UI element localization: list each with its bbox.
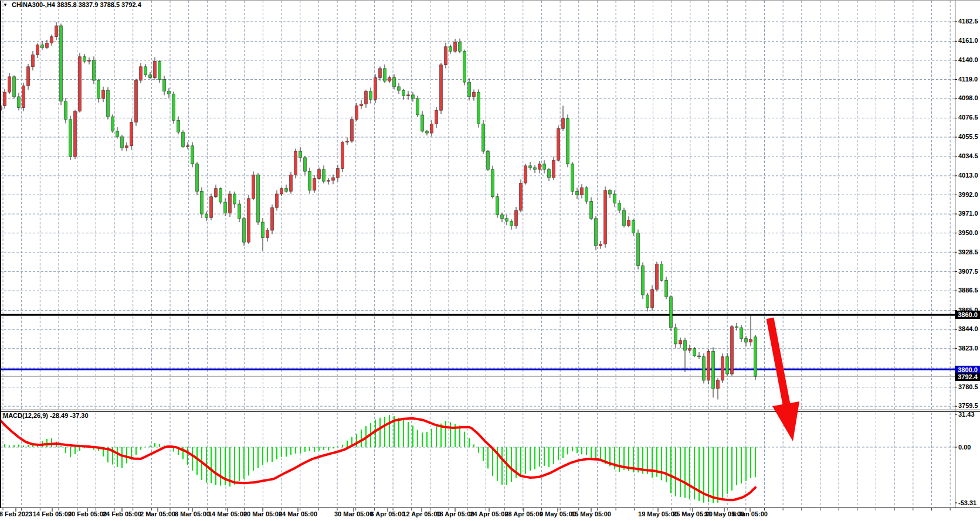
candle-body <box>69 120 72 157</box>
macd-histogram-bar <box>713 447 714 503</box>
chart-left-border <box>0 0 1 508</box>
candle-body <box>416 98 419 115</box>
macd-histogram-bar <box>581 447 582 454</box>
candle-body <box>384 69 386 81</box>
macd-histogram-bar <box>525 447 526 474</box>
candle-body <box>604 190 607 244</box>
candle-body <box>168 91 171 94</box>
macd-histogram-bar <box>412 425 413 447</box>
candle-body <box>426 131 429 133</box>
candle-body <box>18 97 21 108</box>
time-axis-label: 8 Feb 2023 <box>0 510 32 517</box>
time-axis-label: 24 Mar 05:00 <box>279 510 317 517</box>
candle-body <box>473 92 476 97</box>
symbol-dropdown-icon[interactable]: ▼ <box>3 2 8 8</box>
candle-body <box>294 151 297 175</box>
macd-histogram-bar <box>150 445 151 447</box>
price-tick-label: 3780.5 <box>958 383 978 390</box>
macd-histogram-bar <box>117 447 118 467</box>
candle-body <box>402 90 405 96</box>
candle-body <box>308 171 311 190</box>
macd-histogram-bar <box>539 447 540 466</box>
time-axis-label: 19 May 05:00 <box>638 510 678 517</box>
candle-body <box>754 337 757 376</box>
candle-body <box>210 197 213 218</box>
candle-body <box>642 266 645 295</box>
price-tick-label: 4119.0 <box>958 76 978 83</box>
candle-body <box>393 77 396 87</box>
time-axis-label: 12 Apr 05:00 <box>402 510 440 517</box>
candle-body <box>130 122 133 145</box>
candle-body <box>651 290 654 308</box>
candle-body <box>4 92 6 105</box>
macd-histogram-bar <box>478 447 479 452</box>
macd-histogram-bar <box>18 445 19 447</box>
candle-body <box>32 55 35 67</box>
macd-histogram-bar <box>520 447 521 476</box>
candle-body <box>515 210 518 226</box>
chart-canvas[interactable] <box>0 0 980 521</box>
candle-body <box>323 169 325 181</box>
macd-histogram-bar <box>196 447 198 475</box>
candle-body <box>252 175 255 198</box>
candle-body <box>482 124 485 152</box>
last-price-badge: 3792.4 <box>955 373 980 381</box>
candle-body <box>590 201 593 218</box>
candle-body <box>407 95 410 96</box>
candle-body <box>46 43 49 47</box>
macd-histogram-bar <box>239 447 240 481</box>
time-axis-label: 6 Apr 05:00 <box>371 510 405 517</box>
macd-histogram-bar <box>558 447 559 460</box>
price-tick-label: 4161.0 <box>958 37 978 44</box>
candle-body <box>726 357 729 374</box>
macd-histogram-bar <box>731 447 733 491</box>
macd-histogram-bar <box>300 447 301 454</box>
candle-body <box>50 37 53 43</box>
candle-body <box>379 69 382 78</box>
macd-histogram-bar <box>272 447 273 462</box>
candle-body <box>374 77 377 99</box>
candle-body <box>703 357 706 380</box>
panel-separator[interactable] <box>0 411 980 412</box>
macd-histogram-bar <box>445 421 446 447</box>
candle-body <box>684 340 687 350</box>
candle-body <box>534 168 537 169</box>
candle-body <box>285 189 288 192</box>
price-tick-label: 3992.0 <box>958 191 978 198</box>
macd-histogram-bar <box>408 422 409 447</box>
macd-histogram-bar <box>135 447 137 455</box>
macd-histogram-bar <box>243 447 245 479</box>
candle-body <box>205 214 208 217</box>
macd-histogram-bar <box>689 447 690 499</box>
macd-histogram-bar <box>652 447 653 478</box>
macd-histogram-bar <box>276 447 277 459</box>
macd-histogram-bar <box>722 447 723 499</box>
candle-body <box>55 26 58 37</box>
candle-body <box>83 57 86 62</box>
candle-body <box>501 215 504 219</box>
candle-body <box>224 202 227 213</box>
time-axis-label: 6 Jun 05:00 <box>733 510 768 517</box>
candle-body <box>65 101 67 120</box>
candle-body <box>243 219 246 242</box>
candle-body <box>41 45 44 48</box>
time-axis-label: 24 Feb 05:00 <box>103 510 141 517</box>
macd-histogram-bar <box>192 447 193 471</box>
candle-body <box>229 194 232 213</box>
macd-histogram-bar <box>745 447 747 481</box>
candle-body <box>707 351 710 380</box>
panel-separator[interactable] <box>0 410 980 410</box>
price-tick-label: 3844.0 <box>958 325 978 332</box>
candle-body <box>313 179 316 190</box>
price-tick-label: 3886.5 <box>958 287 978 294</box>
resistance-price-badge: 3860.0 <box>955 311 980 319</box>
candle-body <box>149 75 152 78</box>
candle-body <box>219 189 222 202</box>
price-axis-line <box>955 0 955 508</box>
time-axis-label: 15 May 05:00 <box>571 510 611 517</box>
candle-body <box>337 169 340 178</box>
price-tick-label: 4140.0 <box>958 56 978 63</box>
candle-body <box>60 26 63 101</box>
candle-body <box>538 164 541 169</box>
macd-histogram-bar <box>211 447 212 483</box>
